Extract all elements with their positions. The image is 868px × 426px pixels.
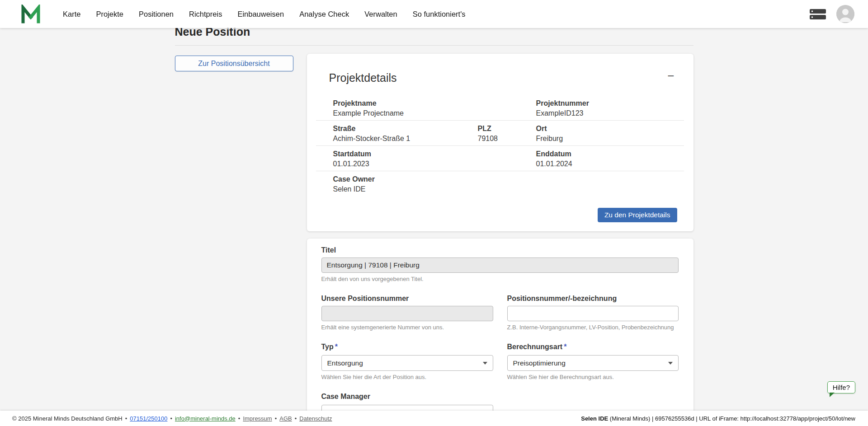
typ-label-text: Typ xyxy=(321,343,334,351)
startdatum-value: 01.01.2023 xyxy=(333,159,536,168)
main-content: Neue Position Zur Positionsübersicht Pro… xyxy=(175,0,693,426)
go-to-project-details-button[interactable]: Zu den Projektdetails xyxy=(598,208,677,222)
left-column: Zur Positionsübersicht xyxy=(175,54,307,71)
session-user: Selen IDE xyxy=(581,415,608,422)
table-row: Case Owner Selen IDE xyxy=(316,171,684,196)
title-divider xyxy=(175,45,693,46)
form-grid: Unsere Positionsnummer Erhält eine syste… xyxy=(321,294,679,421)
projektname-label: Projektname xyxy=(333,99,536,108)
ort-label: Ort xyxy=(536,124,684,133)
separator-dot: • xyxy=(238,415,241,422)
right-column: Projektdetails − Projektname Example Pro… xyxy=(307,54,693,426)
chevron-down-icon xyxy=(483,362,487,365)
ort-cell: Ort Freiburg xyxy=(536,124,684,143)
project-details-footer: Zu den Projektdetails xyxy=(307,196,693,231)
back-to-positions-button[interactable]: Zur Positionsübersicht xyxy=(175,56,293,71)
separator-dot: • xyxy=(125,415,127,422)
projektnummer-cell: Projektnummer ExampleID123 xyxy=(536,99,684,117)
datenschutz-link[interactable]: Datenschutz xyxy=(299,415,332,422)
berechnungsart-helper: Wählen Sie hier die Berechnungsart aus. xyxy=(507,374,679,380)
footer-left: © 2025 Mineral Minds Deutschland GmbH • … xyxy=(12,415,332,422)
enddatum-value: 01.01.2024 xyxy=(536,159,684,168)
phone-link[interactable]: 07151/250100 xyxy=(130,415,167,422)
berechnungsart-label: Berechnungsart* xyxy=(507,342,679,351)
content-row: Zur Positionsübersicht Projektdetails − … xyxy=(175,54,693,426)
projektnummer-value: ExampleID123 xyxy=(536,109,684,117)
card-terminal-icon[interactable] xyxy=(809,8,826,20)
required-asterisk: * xyxy=(335,343,338,351)
positionsnummer-bezeichnung-helper: Z.B. Interne-Vorgangsnummer, LV-Position… xyxy=(507,324,679,331)
strasse-cell: Straße Achim-Stocker-Straße 1 xyxy=(316,124,478,143)
positionsnummer-bezeichnung-input[interactable] xyxy=(507,306,679,321)
berechnungsart-select[interactable]: Preisoptimierung xyxy=(507,355,679,371)
nav-item-karte[interactable]: Karte xyxy=(63,10,80,19)
berechnungsart-label-text: Berechnungsart xyxy=(507,343,563,351)
startdatum-cell: Startdatum 01.01.2023 xyxy=(316,150,536,168)
case-owner-cell: Case Owner Selen IDE xyxy=(316,175,684,193)
projektnummer-label: Projektnummer xyxy=(536,99,684,108)
separator-dot: • xyxy=(170,415,172,422)
typ-label: Typ* xyxy=(321,342,493,351)
new-position-form-card: Titel Erhält den von uns vorgegebenen Ti… xyxy=(307,239,693,426)
titel-input xyxy=(321,257,679,273)
titel-helper: Erhält den von uns vorgegebenen Titel. xyxy=(321,276,679,282)
case-manager-label: Case Manager xyxy=(321,392,493,401)
strasse-label: Straße xyxy=(333,124,478,133)
session-info: Selen IDE (Mineral Minds) | 69576255536d… xyxy=(581,415,855,422)
chevron-down-icon xyxy=(668,362,673,365)
unsere-positionsnummer-input xyxy=(321,306,493,321)
nav-item-verwalten[interactable]: Verwalten xyxy=(364,10,397,19)
nav-item-analyse-check[interactable]: Analyse Check xyxy=(299,10,349,19)
impressum-link[interactable]: Impressum xyxy=(243,415,272,422)
typ-select-value: Entsorgung xyxy=(327,359,363,367)
startdatum-label: Startdatum xyxy=(333,150,536,158)
typ-field: Typ* Entsorgung Wählen Sie hier die Art … xyxy=(321,342,493,380)
titel-label: Titel xyxy=(321,246,679,254)
navbar-right xyxy=(809,5,854,23)
nav-item-richtpreis[interactable]: Richtpreis xyxy=(189,10,222,19)
typ-helper: Wählen Sie hier die Art der Position aus… xyxy=(321,374,493,380)
project-details-table: Projektname Example Projectname Projektn… xyxy=(316,95,684,196)
unsere-positionsnummer-field: Unsere Positionsnummer Erhält eine syste… xyxy=(321,294,493,331)
table-row: Projektname Example Projectname Projektn… xyxy=(316,95,684,121)
case-owner-value: Selen IDE xyxy=(333,185,684,193)
strasse-value: Achim-Stocker-Straße 1 xyxy=(333,134,478,143)
unsere-positionsnummer-label: Unsere Positionsnummer xyxy=(321,294,493,303)
help-label: Hilfe? xyxy=(833,384,850,391)
projektname-value: Example Projectname xyxy=(333,109,536,117)
project-details-title: Projektdetails xyxy=(329,71,397,84)
help-button[interactable]: Hilfe? xyxy=(827,381,855,393)
berechnungsart-field: Berechnungsart* Preisoptimierung Wählen … xyxy=(507,342,679,380)
nav-item-projekte[interactable]: Projekte xyxy=(96,10,123,19)
footer: © 2025 Mineral Minds Deutschland GmbH • … xyxy=(0,411,868,426)
mineral-minds-logo-icon[interactable] xyxy=(21,5,41,23)
collapse-minus-icon[interactable]: − xyxy=(667,71,674,81)
required-asterisk: * xyxy=(564,343,566,351)
plz-label: PLZ xyxy=(478,124,536,133)
enddatum-cell: Enddatum 01.01.2024 xyxy=(536,150,684,168)
table-row: Startdatum 01.01.2023 Enddatum 01.01.202… xyxy=(316,146,684,171)
enddatum-label: Enddatum xyxy=(536,150,684,158)
positionsnummer-bezeichnung-field: Positionsnummer/-bezeichnung Z.B. Intern… xyxy=(507,294,679,331)
project-details-header: Projektdetails − xyxy=(307,54,693,95)
plz-value: 79108 xyxy=(478,134,536,143)
titel-field: Titel Erhält den von uns vorgegebenen Ti… xyxy=(321,246,679,282)
email-link[interactable]: info@mineral-minds.de xyxy=(175,415,236,422)
nav-item-positionen[interactable]: Positionen xyxy=(139,10,174,19)
unsere-positionsnummer-helper: Erhält eine systemgenerierte Nummer von … xyxy=(321,324,493,331)
berechnungsart-select-value: Preisoptimierung xyxy=(513,359,566,367)
positionsnummer-bezeichnung-label: Positionsnummer/-bezeichnung xyxy=(507,294,679,303)
top-navbar: Karte Projekte Positionen Richtpreis Ein… xyxy=(0,0,868,28)
separator-dot: • xyxy=(275,415,277,422)
agb-link[interactable]: AGB xyxy=(279,415,292,422)
projektname-cell: Projektname Example Projectname xyxy=(316,99,536,117)
project-details-card: Projektdetails − Projektname Example Pro… xyxy=(307,54,693,231)
table-row: Straße Achim-Stocker-Straße 1 PLZ 79108 … xyxy=(316,121,684,146)
separator-dot: • xyxy=(295,415,297,422)
nav-item-einbauweisen[interactable]: Einbauweisen xyxy=(237,10,284,19)
typ-select[interactable]: Entsorgung xyxy=(321,355,493,371)
copyright-text: © 2025 Mineral Minds Deutschland GmbH xyxy=(12,415,123,422)
nav-item-so-funktionierts[interactable]: So funktioniert's xyxy=(413,10,466,19)
session-details: (Mineral Minds) | 69576255536d | URL of … xyxy=(608,415,855,422)
user-avatar-icon[interactable] xyxy=(836,5,854,23)
